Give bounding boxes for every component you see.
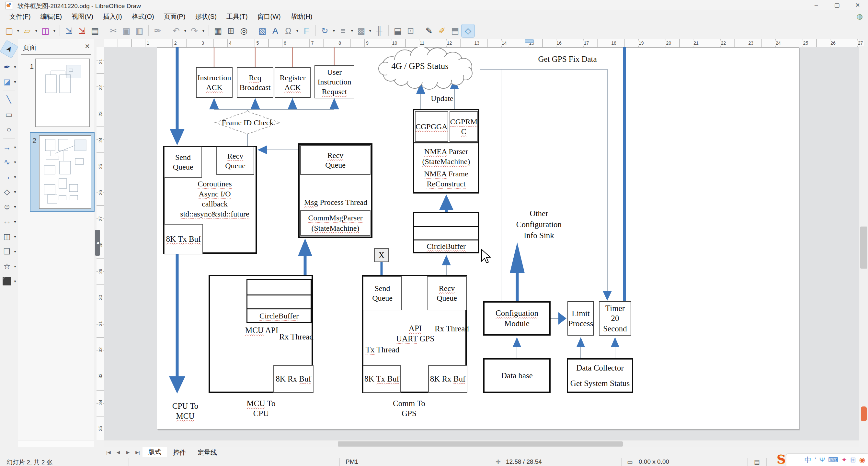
send-queue-box[interactable]: Send Queue [164, 146, 202, 178]
layer-tab-0[interactable]: 版式 [143, 447, 167, 458]
gluepoints-icon[interactable]: ✐ [436, 24, 448, 37]
select-tool[interactable]: ➤ [0, 40, 18, 58]
msg-recv-queue-box[interactable]: RecvQueue [300, 145, 371, 175]
special-character-icon[interactable]: Ω [282, 24, 295, 37]
shadow-icon[interactable]: ⬓ [391, 24, 404, 37]
clone-formatting-icon[interactable]: ✑ [151, 24, 164, 37]
api-tx-buf-box[interactable]: 8K Tx Buf [363, 365, 401, 393]
horizontal-scrollbar-thumb[interactable] [338, 441, 623, 446]
api-recv-queue-box[interactable]: RecvQueue [427, 276, 467, 310]
mcu-api-box[interactable]: CircleBuffer MCU API Rx Thread 8K Rx Buf [209, 275, 313, 393]
menu-item-8[interactable]: 窗口(W) [253, 11, 286, 22]
data-collector-box[interactable]: Data Collector Get System Status [567, 358, 633, 393]
arrange-icon[interactable]: ▩ [355, 24, 368, 37]
snap-guides-icon[interactable]: ⊞ [224, 24, 238, 37]
page-nav-last[interactable]: ▶| [133, 450, 143, 455]
pinyin-mode-icon[interactable]: 中 [805, 455, 811, 464]
new-icon-dropdown[interactable]: ▼ [16, 24, 21, 37]
export-pdf-icon[interactable]: ⇲ [75, 24, 88, 37]
minimize-button[interactable]: – [806, 0, 827, 10]
label-update[interactable]: Update [424, 94, 460, 103]
transformations-icon-dropdown[interactable]: ▼ [331, 24, 337, 37]
paste-icon[interactable]: ▥ [133, 24, 146, 37]
export-icon[interactable]: ⇲ [63, 24, 75, 37]
undo-icon-dropdown[interactable]: ▼ [183, 24, 188, 37]
skin-icon[interactable]: ✦ [841, 456, 847, 464]
curve-polygon-tool-dropdown[interactable]: ▼ [13, 161, 18, 164]
lines-arrows-tool-dropdown[interactable]: ▼ [13, 145, 18, 149]
horizontal-ruler[interactable]: 1234567891011121314151617181920212223242… [104, 39, 859, 47]
save-icon[interactable]: ◫ [39, 24, 52, 37]
commmsgparser-box[interactable]: CommMsgParser (StateMachine) [300, 210, 371, 236]
toggle-extrusion-icon[interactable]: ⬒ [448, 24, 462, 37]
fill-color-tool[interactable]: ◪ [1, 75, 13, 88]
3d-objects-tool[interactable]: ⬛ [1, 275, 13, 288]
label-cpu-to-mcu[interactable]: CPU To MCU [163, 406, 208, 416]
align-objects-icon-dropdown[interactable]: ▼ [349, 24, 355, 37]
menu-item-7[interactable]: 工具(T) [221, 11, 253, 22]
sogou-logo-icon[interactable]: S [777, 452, 785, 466]
star-shapes-tool[interactable]: ☆ [1, 260, 13, 273]
display-grid-icon[interactable]: ▦ [212, 24, 224, 37]
cgpgga-cell[interactable]: CGPGGA [415, 111, 448, 142]
save-icon-dropdown[interactable]: ▼ [52, 24, 57, 37]
menu-item-3[interactable]: 插入(I) [98, 11, 127, 22]
x-box[interactable]: X [374, 248, 389, 262]
tx-buf-box[interactable]: 8K Tx Buf [164, 224, 203, 254]
callout-shapes-tool[interactable]: ❑ [1, 245, 13, 258]
special-character-icon-dropdown[interactable]: ▼ [295, 24, 300, 37]
line-color-tool[interactable]: ✒ [1, 61, 13, 73]
print-icon[interactable]: ▤ [88, 24, 101, 37]
label-other-configuration-info-sink[interactable]: Other Configuration Info Sink [503, 209, 575, 240]
mcu-rx-buf-box[interactable]: 8K Rx Buf [273, 365, 313, 393]
label-mcu-to-cpu[interactable]: MCU To CPU [238, 403, 284, 413]
symbol-shapes-tool[interactable]: ☺ [1, 200, 13, 213]
box-register-ack[interactable]: RegisterACK [275, 67, 311, 98]
api-rx-buf-box[interactable]: 8K Rx Buf [428, 365, 467, 393]
toolbox-icon[interactable]: ⊞ [850, 456, 856, 464]
recv-queue-box[interactable]: RecvQueue [216, 146, 254, 175]
page-2-selection[interactable]: 2 [30, 132, 95, 212]
3d-objects-tool-dropdown[interactable]: ▼ [13, 279, 18, 283]
vertical-scrollbar[interactable] [859, 47, 868, 440]
connector-tool-dropdown[interactable]: ▼ [13, 175, 18, 179]
timer-box[interactable]: Timer 20 Second [599, 301, 631, 336]
cloud-4g-gps-status[interactable]: 4G / GPS Status [383, 61, 456, 72]
coroutines-box[interactable]: Send Queue RecvQueue Coroutines Async I/… [163, 146, 257, 254]
menu-item-0[interactable]: 文件(F) [4, 11, 36, 22]
gps-circlebuffer-box[interactable]: CircleBuffer [413, 212, 479, 254]
menu-item-2[interactable]: 视图(V) [67, 11, 98, 22]
crop-image-icon[interactable]: ⊡ [404, 24, 417, 37]
new-icon[interactable]: ▢ [3, 24, 16, 37]
flowchart-tool-dropdown[interactable]: ▼ [13, 235, 18, 238]
layer-tab-2[interactable]: 定量线 [192, 447, 223, 458]
menu-item-6[interactable]: 形状(S) [190, 11, 221, 22]
label-get-gps-fix-data[interactable]: Get GPS Fix Data [532, 54, 603, 64]
virtual-keyboard-icon[interactable]: ⌨ [828, 456, 838, 464]
layout-name[interactable]: PM1 [346, 458, 358, 465]
callout-shapes-tool-dropdown[interactable]: ▼ [13, 250, 18, 254]
insert-line-tool[interactable]: ╲ [3, 93, 16, 106]
lines-arrows-tool[interactable]: → [1, 141, 13, 154]
box-instruction-ack[interactable]: InstructionACK [196, 67, 232, 98]
insert-image-icon[interactable]: ▧ [256, 24, 269, 37]
show-draw-functions-icon[interactable]: ◇ [462, 24, 474, 37]
object-size[interactable]: 0.00 x 0.00 [639, 458, 669, 465]
menu-item-5[interactable]: 页面(P) [159, 11, 190, 22]
insert-textbox-icon[interactable]: A [269, 24, 282, 37]
page-nav-next[interactable]: ▶ [123, 450, 133, 455]
page-nav-previous[interactable]: ◀ [113, 450, 123, 455]
flowchart-tool[interactable]: ◫ [1, 230, 13, 243]
drawing-canvas[interactable]: InstructionACK ReqBroadcast RegisterACK … [104, 47, 859, 440]
curve-polygon-tool[interactable]: ∿ [1, 156, 13, 169]
edit-points-icon[interactable]: ✎ [423, 24, 436, 37]
panel-scrollbar[interactable] [18, 440, 94, 447]
page-2-thumbnail[interactable] [39, 135, 91, 209]
undo-icon[interactable]: ↶ [170, 24, 183, 37]
redo-icon-dropdown[interactable]: ▼ [201, 24, 206, 37]
fontwork-icon[interactable]: F [300, 24, 313, 37]
api-uart-gps-box[interactable]: Send Queue RecvQueue API UART GPS Tx Thr… [362, 275, 467, 393]
copy-icon[interactable]: ▣ [120, 24, 133, 37]
box-user-instruction-request[interactable]: UserInstructionRequset [314, 65, 354, 98]
horizontal-scrollbar[interactable] [104, 440, 859, 447]
